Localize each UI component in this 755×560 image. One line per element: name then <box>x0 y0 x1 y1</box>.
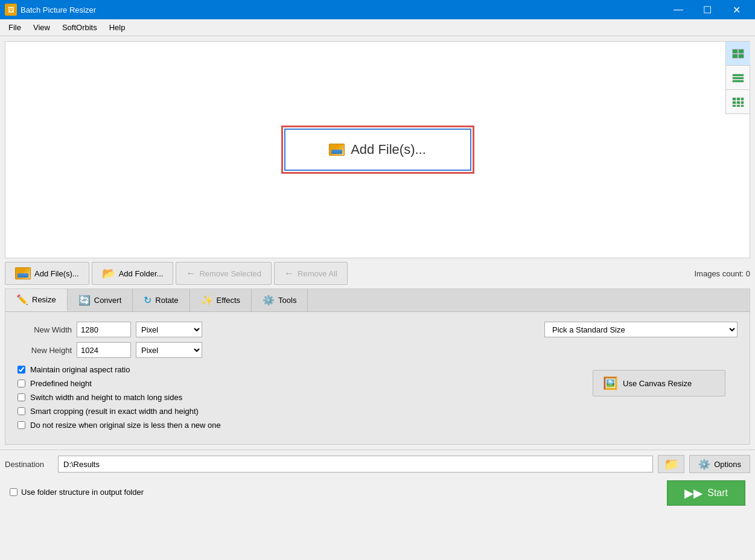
svg-rect-1 <box>739 49 744 53</box>
new-height-unit-select[interactable]: Pixel Percent Inch Cm <box>136 342 202 358</box>
view-buttons <box>725 42 750 114</box>
rotate-tab-icon: ↻ <box>144 294 151 306</box>
switch-width-height-row: Switch width and height to match long si… <box>18 393 575 402</box>
remove-all-button[interactable]: ← Remove All <box>274 262 348 285</box>
svg-rect-2 <box>733 54 737 58</box>
destination-input[interactable] <box>58 456 653 472</box>
remove-selected-button[interactable]: ← Remove Selected <box>176 262 272 285</box>
switch-width-height-label[interactable]: Switch width and height to match long si… <box>30 393 182 402</box>
images-count-label: Images count: <box>694 269 744 278</box>
images-count: Images count: 0 <box>694 269 750 278</box>
folder-structure-checkbox[interactable] <box>10 488 18 496</box>
start-button[interactable]: ▶▶ Start <box>667 480 745 506</box>
start-icon: ▶▶ <box>684 486 702 500</box>
menu-file[interactable]: File <box>2 21 27 34</box>
gear-icon: ⚙️ <box>698 459 710 470</box>
tab-rotate-label: Rotate <box>155 296 178 305</box>
folder-structure-label[interactable]: Use folder structure in output folder <box>21 488 144 497</box>
add-files-label: Add File(s)... <box>34 269 79 278</box>
add-folder-icon: 📂 <box>102 267 115 280</box>
new-width-label: New Width <box>18 325 72 334</box>
maintain-aspect-row: Maintain original aspect ratio <box>18 365 575 374</box>
remove-all-icon: ← <box>284 268 294 279</box>
options-button[interactable]: ⚙️ Options <box>689 455 750 473</box>
predefined-height-checkbox[interactable] <box>18 380 25 387</box>
view-list-button[interactable] <box>726 66 750 90</box>
view-thumbnails-button[interactable] <box>726 42 750 66</box>
tab-resize[interactable]: ✏️ Resize <box>5 289 68 311</box>
add-files-button[interactable]: Add File(s)... <box>5 262 89 285</box>
options-label: Options <box>714 460 741 469</box>
svg-rect-0 <box>733 49 737 53</box>
no-resize-checkbox[interactable] <box>18 421 25 429</box>
remove-selected-label: Remove Selected <box>199 269 261 278</box>
smart-cropping-row: Smart cropping (result in exact width an… <box>18 407 575 416</box>
maintain-aspect-checkbox[interactable] <box>18 366 25 374</box>
menu-softorbits[interactable]: SoftOrbits <box>56 21 103 34</box>
destination-label: Destination <box>5 460 53 469</box>
browse-destination-button[interactable]: 📁 <box>658 455 684 473</box>
menu-view[interactable]: View <box>27 21 56 34</box>
tools-tab-icon: ⚙️ <box>263 294 275 306</box>
predefined-height-label[interactable]: Predefined height <box>30 379 92 388</box>
top-form-area: New Width Pixel Percent Inch Cm Pick a S… <box>18 322 737 363</box>
tab-resize-label: Resize <box>32 295 56 304</box>
minimize-button[interactable]: — <box>664 0 692 19</box>
folder-checkbox-row: Use folder structure in output folder <box>5 485 148 501</box>
svg-rect-4 <box>733 74 744 76</box>
menu-help[interactable]: Help <box>103 21 132 34</box>
add-files-center-icon <box>329 144 345 156</box>
add-files-center-label: Add File(s)... <box>351 142 426 158</box>
tabs: ✏️ Resize 🔄 Convert ↻ Rotate ✨ Effects ⚙… <box>5 289 750 312</box>
svg-rect-15 <box>741 105 744 107</box>
add-folder-button[interactable]: 📂 Add Folder... <box>92 262 174 285</box>
resize-tab-icon: ✏️ <box>16 294 28 305</box>
add-files-center-button[interactable]: Add File(s)... <box>284 129 471 171</box>
left-form: New Width Pixel Percent Inch Cm Pick a S… <box>18 322 737 363</box>
svg-rect-12 <box>741 101 744 104</box>
no-resize-label[interactable]: Do not resize when original size is less… <box>30 421 221 430</box>
new-width-unit-select[interactable]: Pixel Percent Inch Cm <box>136 322 202 337</box>
title-bar: 🖼 Batch Picture Resizer — ☐ ✕ <box>0 0 755 19</box>
switch-width-height-checkbox[interactable] <box>18 393 25 401</box>
title-bar-left: 🖼 Batch Picture Resizer <box>5 4 96 16</box>
new-height-row: New Height Pixel Percent Inch Cm <box>18 342 737 358</box>
svg-rect-11 <box>737 101 740 104</box>
bottom-panel: ✏️ Resize 🔄 Convert ↻ Rotate ✨ Effects ⚙… <box>5 288 750 445</box>
add-folder-label: Add Folder... <box>119 269 164 278</box>
canvas-resize-label: Use Canvas Resize <box>623 379 692 388</box>
canvas-resize-button[interactable]: 🖼️ Use Canvas Resize <box>593 370 725 396</box>
remove-all-label: Remove All <box>298 269 337 278</box>
menu-bar: File View SoftOrbits Help <box>0 19 755 36</box>
predefined-height-row: Predefined height <box>18 379 575 388</box>
new-width-row: New Width Pixel Percent Inch Cm Pick a S… <box>18 322 737 337</box>
app-icon: 🖼 <box>5 4 17 16</box>
svg-rect-13 <box>733 105 736 107</box>
maximize-button[interactable]: ☐ <box>693 0 721 19</box>
tab-convert-label: Convert <box>94 296 122 305</box>
bottom-footer: Use folder structure in output folder ▶▶… <box>0 478 755 508</box>
start-label: Start <box>707 488 728 498</box>
effects-tab-icon: ✨ <box>201 294 213 306</box>
tab-tools-label: Tools <box>278 296 296 305</box>
smart-cropping-checkbox[interactable] <box>18 407 25 415</box>
images-count-value: 0 <box>746 269 750 278</box>
new-width-input[interactable] <box>77 322 131 337</box>
new-height-label: New Height <box>18 346 72 355</box>
image-list-area: Add File(s)... <box>5 41 750 258</box>
tab-effects-label: Effects <box>217 296 241 305</box>
tab-rotate[interactable]: ↻ Rotate <box>133 289 190 311</box>
tab-convert[interactable]: 🔄 Convert <box>68 289 133 311</box>
tab-tools[interactable]: ⚙️ Tools <box>252 289 308 311</box>
svg-rect-8 <box>737 98 740 100</box>
app-title: Batch Picture Resizer <box>21 5 96 14</box>
svg-rect-10 <box>733 101 736 104</box>
new-height-input[interactable] <box>77 342 131 358</box>
tab-effects[interactable]: ✨ Effects <box>190 289 252 311</box>
maintain-aspect-label[interactable]: Maintain original aspect ratio <box>30 365 130 374</box>
view-grid-button[interactable] <box>726 90 750 114</box>
close-button[interactable]: ✕ <box>722 0 750 19</box>
smart-cropping-label[interactable]: Smart cropping (result in exact width an… <box>30 407 199 416</box>
standard-size-select[interactable]: Pick a Standard Size 640x480 800x600 102… <box>544 322 737 337</box>
open-folder-icon: 📁 <box>664 457 679 471</box>
